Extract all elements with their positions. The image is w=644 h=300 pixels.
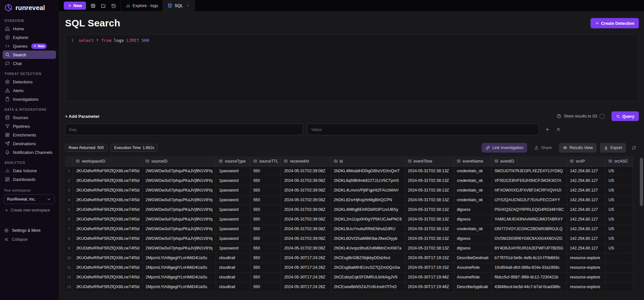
export-button[interactable]: Export bbox=[600, 143, 626, 153]
table-cell: resource-explore bbox=[567, 282, 606, 292]
sidebar-item-notification-channels[interactable]: Notification Channels bbox=[3, 148, 56, 156]
table-row[interactable]: 102KUOdhvRReF5RZfQX8ILneT4fSd2MpzmLYtA8l… bbox=[65, 253, 633, 263]
column-header-srcasc[interactable]: srcASC bbox=[605, 156, 633, 166]
sidebar-item-enrichments[interactable]: Enrichments bbox=[3, 131, 56, 139]
close-tab-icon[interactable] bbox=[186, 4, 190, 7]
column-header-workspaceid[interactable]: workspaceID bbox=[73, 156, 143, 166]
table-cell: 2hCEsew8bNSZ4JYc6UnxiH7f7nO bbox=[331, 282, 405, 292]
row-index-header bbox=[65, 156, 73, 166]
workspace-selector[interactable]: RunReveal, Inc. bbox=[4, 194, 55, 204]
table-row[interactable]: 62KUOdhvRReF5RZfQX8ILneT4fSd2WGWOw3u07ph… bbox=[65, 214, 633, 224]
brand-name: runreveal bbox=[15, 4, 45, 12]
folder-icon[interactable] bbox=[99, 2, 108, 10]
share-button[interactable]: Share bbox=[530, 143, 555, 153]
sidebar-item-explorer[interactable]: Explorer bbox=[3, 33, 56, 42]
sidebar-item-label: Detections bbox=[13, 80, 33, 84]
search-icon bbox=[5, 52, 10, 57]
scrollbar-thumb[interactable] bbox=[640, 158, 643, 206]
sidebar-item-alerts[interactable]: Alerts bbox=[3, 86, 56, 95]
table-row[interactable]: 112KUOdhvRReF5RZfQX8ILneT4fSd2MpzmLYtA8l… bbox=[65, 263, 633, 272]
table-row[interactable]: 12KUOdhvRReF5RZfQX8ILneT4fSd2WGWOw3u07ph… bbox=[65, 166, 633, 176]
query-button[interactable]: Query bbox=[611, 111, 639, 121]
column-header-sourceid[interactable]: sourceID bbox=[143, 156, 216, 166]
column-header-eventtime[interactable]: eventTime bbox=[405, 156, 454, 166]
table-row[interactable]: 52KUOdhvRReF5RZfQX8ILneT4fSd2WGWOw3u07ph… bbox=[65, 205, 633, 214]
table-cell: 2MpzmLYtA8lgeglYLnHMiD4UaSs bbox=[143, 272, 216, 282]
main-area: New Explore - logsSQL SQL Search Create … bbox=[59, 0, 644, 300]
table-cell: IJYS2QAUCNG2LF7EAUFECCI4YY bbox=[491, 195, 567, 205]
table-cell: 550 bbox=[250, 166, 281, 176]
sidebar-item-sources[interactable]: Sources bbox=[3, 113, 56, 122]
sidebar-item-pipelines[interactable]: Pipelines bbox=[3, 122, 56, 130]
sidebar-item-queries[interactable]: QueriesNew bbox=[3, 42, 56, 50]
table-cell: 2KUOdhvRReF5RZfQX8ILneT4fSd bbox=[73, 224, 143, 234]
sidebar-item-investigations[interactable]: Investigations bbox=[3, 95, 56, 103]
search-icon bbox=[616, 114, 620, 118]
create-workspace-button[interactable]: Create new workspace bbox=[4, 208, 55, 212]
column-header-sourcetype[interactable]: sourceType bbox=[216, 156, 250, 166]
warning-icon bbox=[5, 88, 10, 93]
sidebar-item-chat[interactable]: Chat bbox=[3, 59, 56, 68]
brand-logo[interactable]: runreveal bbox=[0, 0, 59, 15]
row-number: 3 bbox=[65, 185, 73, 195]
sidebar-item-detections[interactable]: Detections bbox=[3, 78, 56, 86]
column-header-srcip[interactable]: srcIP bbox=[567, 156, 606, 166]
table-row[interactable]: 82KUOdhvRReF5RZfQX8ILneT4fSd2WGWOw3u07ph… bbox=[65, 234, 633, 243]
column-header-eventid[interactable]: eventID bbox=[491, 156, 567, 166]
tab-explore-logs[interactable]: Explore - logs bbox=[121, 0, 163, 11]
history-icon[interactable] bbox=[109, 2, 118, 10]
table-cell: 2024-05-31T02:38:13Z bbox=[405, 214, 454, 224]
settings-label: Settings & More bbox=[12, 228, 41, 233]
table-cell bbox=[605, 263, 633, 272]
sidebar-item-destinations[interactable]: Destinations bbox=[3, 139, 56, 148]
add-param-row-icon[interactable] bbox=[545, 127, 550, 132]
table-cell: 2024-05-30T17:19:46Z bbox=[405, 282, 454, 292]
store-results-checkbox[interactable] bbox=[600, 114, 604, 119]
database-icon bbox=[5, 115, 10, 120]
add-parameter-button[interactable]: + Add Parameter bbox=[65, 114, 99, 119]
table-row[interactable]: 92KUOdhvRReF5RZfQX8ILneT4fSd2WGWOw3u07ph… bbox=[65, 243, 633, 253]
table-cell: 2hCEsbrpCqkSFDMRULbHtAigJV9 bbox=[331, 272, 405, 282]
remove-param-row-icon[interactable] bbox=[556, 127, 561, 132]
tablegrid-icon bbox=[334, 159, 338, 163]
column-header-eventname[interactable]: eventName bbox=[454, 156, 491, 166]
tab-sql[interactable]: SQL bbox=[163, 0, 195, 11]
help-icon[interactable] bbox=[556, 114, 562, 119]
table-cell: VF552CEBVFE6JH3NCPJW2K3O7A bbox=[491, 176, 567, 185]
table-cell: 550 bbox=[250, 176, 281, 185]
sidebar-item-data-volume[interactable]: Data Volume bbox=[3, 166, 56, 175]
workspace-section: Your workspaces RunReveal, Inc. Create n… bbox=[0, 184, 59, 212]
sidebar-item-home[interactable]: Home bbox=[3, 24, 56, 33]
sidebar-item-dashboards[interactable]: Dashboards bbox=[3, 175, 56, 183]
table-view-icon[interactable] bbox=[89, 2, 98, 10]
table-row[interactable]: 42KUOdhvRReF5RZfQX8ILneT4fSd2WGWOw3u07ph… bbox=[65, 195, 633, 205]
runreveal-logo-icon bbox=[4, 3, 13, 12]
table-cell: US bbox=[605, 214, 633, 224]
new-button[interactable]: New bbox=[64, 2, 86, 10]
create-detection-button[interactable]: Create Detection bbox=[591, 18, 639, 28]
collapse-button[interactable]: Collapse bbox=[4, 235, 55, 244]
param-value-input[interactable] bbox=[307, 124, 539, 135]
bell-icon bbox=[5, 150, 10, 155]
results-view-button[interactable]: Results View bbox=[559, 143, 597, 153]
table-cell: US bbox=[605, 224, 633, 234]
column-header-sourcettl[interactable]: sourceTTL bbox=[250, 156, 281, 166]
table-cell: 2024-05-30T17:19:15Z bbox=[405, 263, 454, 272]
table-row[interactable]: 32KUOdhvRReF5RZfQX8ILneT4fSd2WGWOw3u07ph… bbox=[65, 185, 633, 195]
sidebar-item-search[interactable]: Search bbox=[3, 51, 56, 59]
table-row[interactable]: 72KUOdhvRReF5RZfQX8ILneT4fSd2WGWOw3u07ph… bbox=[65, 224, 633, 234]
settings-button[interactable]: Settings & More bbox=[4, 226, 55, 235]
param-key-input[interactable] bbox=[65, 124, 303, 135]
refresh-button[interactable] bbox=[629, 143, 639, 153]
table-row[interactable]: 132KUOdhvRReF5RZfQX8ILneT4fSd2MpzmLYtA8l… bbox=[65, 282, 633, 292]
column-header-id[interactable]: id bbox=[331, 156, 405, 166]
sidebar-item-label: Sources bbox=[13, 115, 28, 120]
link-investigation-button[interactable]: Link Investigation bbox=[482, 143, 527, 153]
table-cell: 2024-05-31T02:38:13Z bbox=[405, 205, 454, 214]
column-header-receivedat[interactable]: receivedAt bbox=[281, 156, 331, 166]
table-row[interactable]: 22KUOdhvRReF5RZfQX8ILneT4fSd2WGWOw3u07ph… bbox=[65, 176, 633, 185]
table-cell: OVSMJ3G5R6YG6C6AXIG4X6GVZD bbox=[491, 234, 567, 243]
table-row[interactable]: 122KUOdhvRReF5RZfQX8ILneT4fSd2MpzmLYtA8l… bbox=[65, 272, 633, 282]
sql-editor[interactable]: 1 select * from logs LIMIT 500 bbox=[65, 34, 639, 101]
table-cell: cloudtrail bbox=[216, 272, 250, 282]
